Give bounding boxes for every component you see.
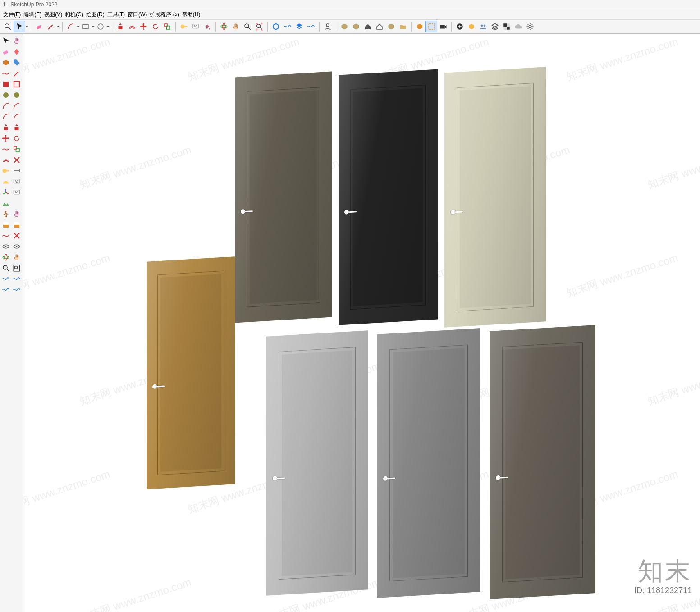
lt-sect2[interactable]	[12, 220, 22, 230]
rotate-tool[interactable]	[150, 21, 161, 32]
scale-tool[interactable]	[162, 21, 173, 32]
menu-8[interactable]: 帮助(H)	[181, 9, 202, 19]
lt-b1[interactable]	[1, 274, 11, 284]
box1[interactable]	[339, 21, 350, 32]
lt-curve[interactable]	[1, 144, 11, 154]
eraser-tool[interactable]	[34, 21, 45, 32]
lt-arc3[interactable]	[1, 112, 11, 122]
pushpull-tool[interactable]	[115, 21, 126, 32]
menu-7[interactable]: 扩展程序 (x)	[148, 9, 180, 19]
offset-tool[interactable]	[127, 21, 137, 32]
lt-olive2[interactable]	[12, 90, 22, 100]
lt-arc2[interactable]	[12, 101, 22, 111]
lt-b3[interactable]	[1, 285, 11, 295]
inbox-orange[interactable]	[414, 21, 425, 32]
lt-redwave[interactable]	[1, 69, 11, 78]
menu-2[interactable]: 视图(V)	[43, 9, 64, 19]
move-tool[interactable]	[138, 21, 149, 32]
select-tool[interactable]	[14, 21, 25, 32]
ext-blue1[interactable]	[270, 21, 281, 32]
tape-tool[interactable]	[178, 21, 189, 32]
lt-hill[interactable]	[1, 198, 11, 208]
lt-text2[interactable]	[12, 177, 22, 187]
checker[interactable]	[501, 21, 512, 32]
lt-off[interactable]	[1, 155, 11, 165]
lt-orbit2[interactable]	[1, 252, 11, 262]
text-tool[interactable]	[190, 21, 201, 32]
lt-hand2[interactable]	[12, 209, 22, 219]
people[interactable]	[478, 21, 489, 32]
lt-redc2[interactable]	[12, 231, 22, 241]
layers[interactable]	[490, 21, 500, 32]
menu-3[interactable]: 相机(C)	[64, 9, 85, 19]
lt-eraser[interactable]	[1, 47, 11, 57]
lt-eye[interactable]	[1, 242, 11, 251]
viewport-3d[interactable]: 知末 ID: 1181232711 知末网 www.znzmo.com知末网 w…	[23, 34, 700, 612]
pan-tool[interactable]	[230, 21, 241, 32]
lt-arc4[interactable]	[12, 112, 22, 122]
lt-rot[interactable]	[12, 133, 22, 143]
box3[interactable]	[386, 21, 397, 32]
lt-pencil2[interactable]	[12, 69, 22, 78]
lt-a1[interactable]	[12, 187, 22, 197]
search-icon[interactable]	[2, 21, 13, 32]
door-gray	[377, 328, 480, 598]
lt-b4[interactable]	[12, 285, 22, 295]
lt-tag[interactable]	[12, 58, 22, 68]
lt-olive1[interactable]	[1, 90, 11, 100]
rectangle-tool[interactable]	[80, 21, 91, 32]
ext-blue2[interactable]	[282, 21, 293, 32]
menu-6[interactable]: 窗口(W)	[126, 9, 148, 19]
lt-pp[interactable]	[1, 123, 11, 132]
lt-scale[interactable]	[12, 144, 22, 154]
menu-5[interactable]: 工具(T)	[106, 9, 126, 19]
cube-o[interactable]	[466, 21, 477, 32]
house2[interactable]	[374, 21, 385, 32]
ext-blue3[interactable]	[294, 21, 305, 32]
menu-0[interactable]: 文件(F)	[2, 9, 22, 19]
lt-orange-cube[interactable]	[1, 58, 11, 68]
lt-prot[interactable]	[1, 177, 11, 187]
lt-walk[interactable]	[1, 209, 11, 219]
lt-redx[interactable]	[12, 155, 22, 165]
lt-b2[interactable]	[12, 274, 22, 284]
circle-tool[interactable]	[95, 21, 106, 32]
user-icon[interactable]	[322, 21, 333, 32]
lt-hand[interactable]	[12, 36, 22, 46]
orbit-tool[interactable]	[219, 21, 229, 32]
cloud[interactable]	[513, 21, 524, 32]
lt-dim[interactable]	[12, 166, 22, 176]
lt-tape2[interactable]	[1, 166, 11, 176]
arc-tool[interactable]	[65, 21, 76, 32]
camera[interactable]	[438, 21, 448, 32]
lt-eye2[interactable]	[12, 242, 22, 251]
menu-4[interactable]: 绘图(R)	[85, 9, 106, 19]
lt-zw[interactable]	[12, 263, 22, 273]
line-tool[interactable]	[46, 21, 56, 32]
lt-pan2[interactable]	[12, 252, 22, 262]
zoom-tool[interactable]	[242, 21, 253, 32]
lt-move[interactable]	[1, 133, 11, 143]
house1[interactable]	[362, 21, 373, 32]
lt-redc[interactable]	[1, 231, 11, 241]
paint-tool[interactable]	[202, 21, 213, 32]
menu-1[interactable]: 编辑(E)	[22, 9, 43, 19]
lt-axes[interactable]	[1, 187, 11, 197]
lt-z3[interactable]	[1, 263, 11, 273]
lt-sect[interactable]	[1, 220, 11, 230]
lt-arc1[interactable]	[1, 101, 11, 111]
plus[interactable]	[454, 21, 465, 32]
zoom-extents-tool[interactable]	[254, 21, 265, 32]
selection-orange[interactable]	[426, 21, 437, 32]
lt-red2[interactable]	[12, 79, 22, 89]
lt-pp2[interactable]	[12, 123, 22, 132]
empty[interactable]	[12, 198, 22, 208]
lt-red1[interactable]	[1, 79, 11, 89]
lt-pink[interactable]	[12, 47, 22, 57]
watermark-tile: 知末网 www.znzmo.com	[23, 34, 112, 84]
box2[interactable]	[351, 21, 361, 32]
folder[interactable]	[398, 21, 408, 32]
gear-settings[interactable]	[525, 21, 535, 32]
ext-blue4[interactable]	[306, 21, 316, 32]
lt-cursor[interactable]	[1, 36, 11, 46]
